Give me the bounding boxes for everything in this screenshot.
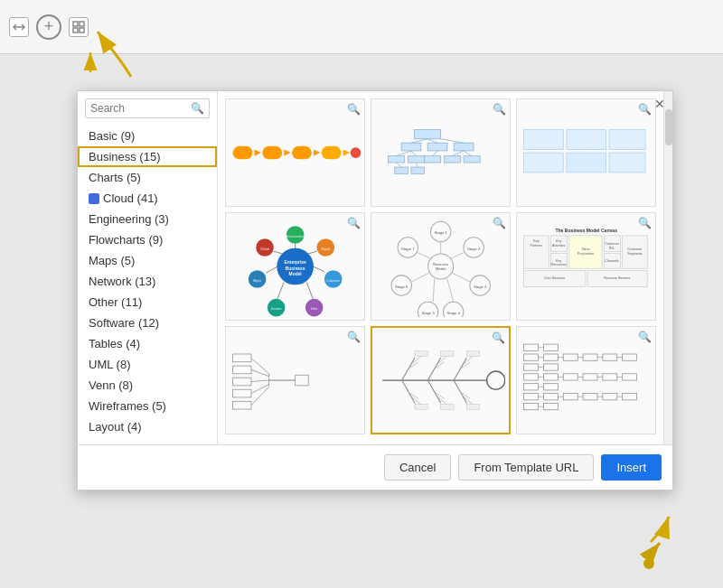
thumb-search-icon-9[interactable]: 🔍 bbox=[638, 331, 652, 343]
svg-line-65 bbox=[277, 283, 284, 299]
svg-text:Model: Model bbox=[288, 272, 302, 276]
svg-line-32 bbox=[464, 151, 472, 156]
category-business[interactable]: Business (15) bbox=[78, 146, 217, 167]
svg-rect-178 bbox=[563, 374, 577, 380]
category-uml[interactable]: UML (8) bbox=[78, 354, 217, 375]
network-diagram bbox=[375, 105, 506, 201]
svg-rect-162 bbox=[523, 403, 538, 409]
thumb-search-icon-3[interactable]: 🔍 bbox=[638, 103, 652, 116]
search-box[interactable]: 🔍 bbox=[85, 98, 210, 118]
svg-rect-39 bbox=[609, 130, 645, 150]
category-basic[interactable]: Basic (9) bbox=[78, 126, 217, 146]
insert-button[interactable]: Insert bbox=[601, 454, 662, 481]
svg-text:Sustain: Sustain bbox=[271, 307, 282, 311]
svg-rect-161 bbox=[523, 394, 538, 400]
svg-line-122 bbox=[251, 358, 269, 373]
template-thumb-canvas[interactable]: 🔍 The Business Model Canvas Key Partners… bbox=[516, 212, 656, 321]
template-thumb-network[interactable]: 🔍 bbox=[371, 98, 511, 207]
svg-line-28 bbox=[396, 151, 411, 156]
move-icon[interactable] bbox=[9, 17, 29, 37]
svg-line-133 bbox=[427, 358, 440, 380]
category-venn[interactable]: Venn (8) bbox=[78, 375, 217, 396]
svg-line-88 bbox=[447, 278, 454, 302]
svg-text:Resources: Resources bbox=[550, 263, 567, 266]
svg-text:Revenue Streams: Revenue Streams bbox=[604, 276, 630, 280]
svg-rect-187 bbox=[622, 374, 636, 380]
stages-diagram: Business Model Stage 1 Stage 2 Stage 3 S… bbox=[375, 216, 506, 317]
template-thumb-fishbone[interactable]: 🔍 bbox=[371, 326, 511, 434]
complex-flow bbox=[521, 330, 652, 431]
svg-line-143 bbox=[460, 362, 470, 369]
svg-line-87 bbox=[452, 273, 470, 282]
svg-text:Stage 4: Stage 4 bbox=[446, 311, 460, 315]
grid-icon[interactable] bbox=[69, 17, 89, 37]
thumb-search-icon-6[interactable]: 🔍 bbox=[638, 217, 652, 229]
thumb-search-icon-8[interactable]: 🔍 bbox=[492, 331, 505, 344]
cancel-button[interactable]: Cancel bbox=[384, 454, 451, 481]
search-icon: 🔍 bbox=[191, 102, 204, 115]
category-tables[interactable]: Tables (4) bbox=[78, 333, 217, 354]
svg-text:Business: Business bbox=[286, 266, 305, 271]
svg-rect-151 bbox=[441, 351, 454, 357]
category-other[interactable]: Other (11) bbox=[78, 292, 217, 313]
thumb-search-icon-5[interactable]: 🔍 bbox=[493, 217, 506, 229]
scroll-track[interactable] bbox=[663, 91, 672, 444]
add-button[interactable]: + bbox=[36, 14, 61, 40]
category-engineering[interactable]: Engineering (3) bbox=[78, 209, 217, 229]
category-charts[interactable]: Charts (5) bbox=[78, 167, 217, 188]
svg-text:Rel.: Rel. bbox=[609, 247, 615, 250]
svg-rect-40 bbox=[523, 153, 563, 173]
thumb-search-icon-1[interactable]: 🔍 bbox=[347, 103, 361, 116]
svg-text:Stage 2: Stage 2 bbox=[467, 247, 481, 251]
svg-text:Stage 6: Stage 6 bbox=[395, 285, 408, 289]
svg-rect-119 bbox=[232, 378, 250, 386]
template-thumb-process[interactable]: 🔍 bbox=[225, 98, 365, 207]
close-button[interactable]: ✕ bbox=[654, 97, 665, 111]
category-network[interactable]: Network (13) bbox=[78, 271, 217, 292]
template-thumb-grid[interactable]: 🔍 bbox=[516, 98, 656, 207]
svg-line-126 bbox=[251, 387, 269, 405]
thumb-search-icon-2[interactable]: 🔍 bbox=[493, 103, 506, 116]
svg-line-86 bbox=[450, 253, 464, 259]
svg-rect-19 bbox=[454, 143, 474, 151]
svg-marker-14 bbox=[343, 149, 350, 155]
template-thumb-fishbone-left[interactable]: 🔍 bbox=[225, 326, 365, 434]
svg-text:Stage 5: Stage 5 bbox=[421, 311, 435, 315]
thumb-search-icon-7[interactable]: 🔍 bbox=[347, 331, 361, 343]
dialog-body: 🔍 Basic (9) Business (15) Charts (5) Clo… bbox=[78, 91, 672, 444]
svg-line-35 bbox=[396, 163, 401, 167]
category-maps[interactable]: Maps (5) bbox=[78, 250, 217, 271]
svg-line-63 bbox=[313, 266, 324, 272]
svg-text:Enterprise: Enterprise bbox=[284, 260, 305, 265]
category-flowcharts[interactable]: Flowcharts (9) bbox=[78, 229, 217, 250]
svg-rect-129 bbox=[296, 375, 309, 386]
category-cloud[interactable]: Cloud (41) bbox=[78, 188, 217, 209]
svg-rect-11 bbox=[292, 146, 312, 160]
template-thumb-stages[interactable]: 🔍 Business Model Stage 1 Stage 2 Stage 3… bbox=[371, 212, 511, 321]
svg-rect-164 bbox=[543, 354, 558, 360]
svg-rect-24 bbox=[408, 156, 424, 163]
svg-rect-182 bbox=[583, 394, 597, 400]
from-template-url-button[interactable]: From Template URL bbox=[458, 454, 594, 481]
svg-line-124 bbox=[251, 380, 269, 381]
svg-rect-160 bbox=[523, 384, 538, 390]
canvas-diagram: The Business Model Canvas Key Partners K… bbox=[521, 216, 652, 317]
svg-text:Stage 3: Stage 3 bbox=[474, 285, 487, 289]
template-thumb-enterprise[interactable]: 🔍 Enterprise Business Model Environment … bbox=[225, 212, 365, 321]
category-wireframes[interactable]: Wireframes (5) bbox=[78, 396, 217, 416]
svg-text:Global: Global bbox=[260, 247, 269, 251]
category-layout[interactable]: Layout (4) bbox=[78, 416, 217, 437]
svg-text:Customer: Customer bbox=[326, 279, 341, 283]
thumb-search-icon-4[interactable]: 🔍 bbox=[347, 217, 361, 229]
scroll-thumb[interactable] bbox=[665, 109, 672, 145]
svg-text:Customer: Customer bbox=[605, 242, 620, 246]
category-sidebar: 🔍 Basic (9) Business (15) Charts (5) Clo… bbox=[78, 91, 218, 444]
svg-rect-168 bbox=[543, 394, 558, 400]
svg-rect-159 bbox=[523, 374, 538, 380]
svg-text:Value: Value bbox=[581, 247, 589, 251]
svg-rect-183 bbox=[603, 354, 617, 360]
svg-text:Segments: Segments bbox=[627, 252, 643, 256]
category-software[interactable]: Software (12) bbox=[78, 313, 217, 333]
template-thumb-flowchart[interactable]: 🔍 bbox=[516, 326, 656, 434]
search-input[interactable] bbox=[90, 102, 187, 115]
